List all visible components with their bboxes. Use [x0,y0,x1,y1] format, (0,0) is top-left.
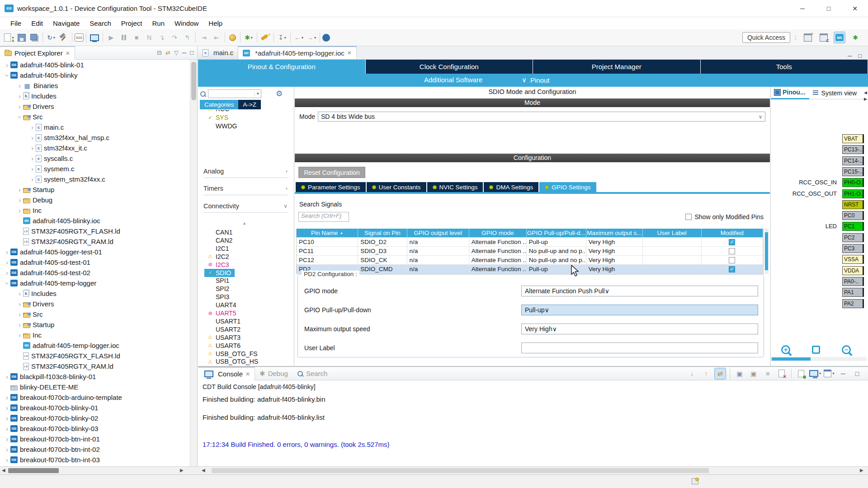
expand-icon[interactable]: › [16,300,23,308]
tree-item[interactable]: ›breakout-f070cb-arduino-template [0,392,190,403]
peripheral-item-usart2[interactable]: USART2 [207,325,241,333]
save-icon[interactable] [16,32,28,43]
expand-icon[interactable]: › [4,415,10,422]
pin-PC3[interactable]: PC3 [842,244,864,253]
tree-item[interactable]: ›system_stm32f4xx.c [0,174,190,184]
tree-item[interactable]: ›breakout-f070cb-btn-int-02 [0,444,190,455]
scroll-right-icon[interactable]: ▶ [180,468,184,473]
collapse-icon[interactable]: › [4,280,11,286]
expand-icon[interactable]: › [4,404,10,412]
display-console-icon[interactable]: ▾ [809,368,821,380]
signal-search-input[interactable]: Search (Crtl+F) [298,212,349,222]
expand-icon[interactable]: › [16,197,23,204]
save-all-icon[interactable] [28,32,40,43]
tree-item[interactable]: ›breakout-f070cb-blinky-03 [0,423,190,434]
table-row[interactable]: PD2SDIO_CMDn/aAlternate Function ...Pull… [297,264,763,273]
expand-icon[interactable]: › [4,61,10,69]
minimize-view-icon[interactable]: ─ [182,49,186,56]
pin-PC0[interactable]: PC0 [842,211,864,220]
tab-user-constants[interactable]: User Constants [367,182,426,192]
expand-icon[interactable]: › [29,165,36,173]
tree-item[interactable]: ›breakout-f070cb-blinky-02 [0,413,190,423]
editor-tab[interactable]: *adafruit-f405-temp-logger.ioc✕ [238,46,357,59]
collapse-icon[interactable]: › [4,72,11,79]
tree-item[interactable]: ›▦Binaries [0,80,190,91]
expand-icon[interactable]: › [4,373,10,380]
peripheral-item-usart6[interactable]: ⚠USART6 [207,342,241,350]
scroll-lock-icon[interactable]: ⇄ [714,368,726,380]
modified-checkbox[interactable] [729,248,735,254]
tree-item[interactable]: ›Startup [0,319,190,330]
peripheral-item[interactable]: ✓SYS [207,113,228,122]
pin-PA0[interactable]: PA0-.. [842,277,864,286]
expand-icon[interactable]: › [16,290,23,297]
menu-window[interactable]: Window [170,18,203,28]
tree-item[interactable]: ›breakout-f070cb-btn-int-01 [0,434,190,444]
project-explorer-tab[interactable]: Project Explorer ✕ [0,46,75,60]
tab-tools[interactable]: Tools [701,60,868,74]
expand-icon[interactable]: › [16,207,23,214]
tree-item[interactable]: ›syscalls.c [0,153,190,164]
debug-perspective-icon[interactable]: ✱ [849,32,861,43]
peripheral-item-spi2[interactable]: SPI2 [207,285,229,293]
open-console-icon[interactable] [89,32,100,43]
tree-item[interactable]: ›adafruit-f405-logger-test-01 [0,247,190,257]
tree-item[interactable]: ›adafruit-f405-blink-01 [0,60,190,70]
tree-item[interactable]: ›stm32f4xx_it.c [0,143,190,153]
console-hscroll-thumb[interactable] [212,468,709,473]
column-header-gpio-pull-up-pull-d-[interactable]: GPIO Pull-up/Pull-d... [527,229,586,237]
expand-icon[interactable]: › [16,93,23,100]
link-editor-icon[interactable]: ⇄ [165,49,170,56]
tree-item[interactable]: ›blackpill-f103c8-blinky-01 [0,371,190,382]
tree-item[interactable]: ›Drivers [0,101,190,112]
pin-VDDA[interactable]: VDDA [842,266,864,275]
peripheral-item-sdio[interactable]: ✓SDIO [204,269,235,277]
peripheral-item-can2[interactable]: CAN2 [207,236,232,244]
open-perspective-icon[interactable] [802,32,814,43]
info-icon[interactable] [322,34,330,42]
pin-PA1[interactable]: PA1 [842,288,864,297]
terminate-icon[interactable]: ■ [131,32,142,43]
category-group-analog[interactable]: Analog› [203,168,288,175]
tab-a-z[interactable]: A->Z [238,100,261,109]
scroll-down-icon[interactable]: ↓ [686,368,698,380]
column-header-gpio-output-level[interactable]: GPIO output level [407,229,469,237]
collapse-icon[interactable]: › [16,113,24,120]
tree-item[interactable]: ›adafruit-f405-blinky [0,70,190,80]
scroll-up-icon[interactable]: ↑ [700,368,712,380]
category-group-connectivity[interactable]: Connectivity∨ [203,202,288,210]
tree-item[interactable]: ›adafruit-f405-sd-test-02 [0,267,190,278]
scroll-left-icon[interactable]: ◀ [202,468,205,473]
tree-item[interactable]: blinky-DELETE-ME [0,382,190,392]
tree-item[interactable]: ›sysmem.c [0,164,190,174]
maximize-console-icon[interactable]: □ [851,368,863,380]
tree-item[interactable]: ›Includes [0,288,190,299]
peripheral-item-i2c3[interactable]: ⊘I2C3 [207,261,229,269]
menu-project[interactable]: Project [116,18,147,28]
pin-PC2[interactable]: PC2 [842,233,864,242]
zoom-in-icon[interactable]: + [781,345,790,354]
tree-item[interactable]: STM32F405RGTX_FLASH.ld [0,226,190,236]
project-tree-scrollbar[interactable] [190,60,197,466]
menu-search[interactable]: Search [85,18,116,28]
peripheral-item[interactable]: ⚠RCC [207,110,229,113]
menu-edit[interactable]: Edit [26,18,48,28]
expand-icon[interactable]: › [4,394,10,401]
expand-icon[interactable]: › [29,134,36,141]
tab-pinout-configuration[interactable]: Pinout & Configuration [198,60,366,74]
minimize-console-icon[interactable]: ─ [837,368,849,380]
table-row[interactable]: PC10SDIO_D2n/aAlternate Function ...Pull… [297,237,763,246]
tab-nvic-settings[interactable]: NVIC Settings [427,182,483,192]
column-header-gpio-mode[interactable]: GPIO mode [469,229,527,237]
pinout-menu[interactable]: ∨ Pinout [522,76,550,84]
tree-item[interactable]: ›breakout-f070cb-blinky-01 [0,403,190,413]
expand-icon[interactable]: › [16,321,23,328]
table-row[interactable]: PC11SDIO_D3n/aAlternate Function ...No p… [297,246,763,255]
gear-icon[interactable]: ⚙ [276,89,283,99]
pin-PA2[interactable]: PA2 [842,299,864,308]
expand-icon[interactable]: › [4,249,10,256]
column-header-modified[interactable]: Modified [702,229,763,237]
tree-item[interactable]: ›adafruit-f405-sd-test-01 [0,257,190,267]
expand-icon[interactable]: › [16,332,23,339]
console-tab-debug[interactable]: ✱Debug [255,367,292,380]
